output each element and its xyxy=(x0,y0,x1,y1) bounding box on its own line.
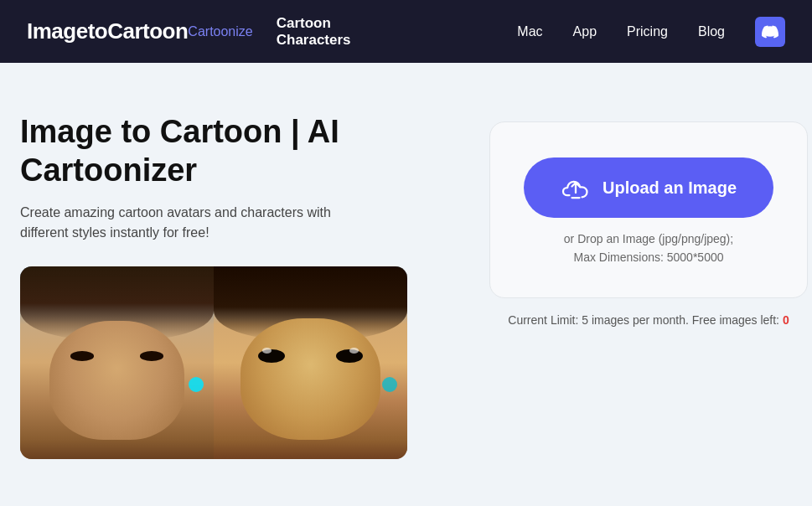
drop-hint-line2: Max Dimensions: 5000*5000 xyxy=(574,250,724,264)
demo-image-cartoon xyxy=(214,266,407,459)
demo-image-original xyxy=(20,266,214,459)
upload-button-label: Upload an Image xyxy=(603,178,737,198)
nav-links: Mac App Pricing Blog xyxy=(517,17,785,47)
brand-logo[interactable]: ImagetoCartoon Cartoonize xyxy=(27,18,253,44)
drop-hint: or Drop an Image (jpg/png/jpeg); Max Dim… xyxy=(564,230,733,267)
main-content: Image to Cartoon | AI Cartoonizer Create… xyxy=(0,63,812,506)
left-column: Image to Cartoon | AI Cartoonizer Create… xyxy=(20,113,422,459)
discord-icon[interactable] xyxy=(755,17,785,47)
drop-hint-line1: or Drop an Image (jpg/png/jpeg); xyxy=(564,232,733,245)
limit-count: 0 xyxy=(783,313,789,327)
limit-info: Current Limit: 5 images per month. Free … xyxy=(508,313,789,327)
right-column: Upload an Image or Drop an Image (jpg/pn… xyxy=(489,113,808,327)
page-subtitle: Create amazing cartoon avatars and chara… xyxy=(20,203,339,243)
nav-cartoon-line1: Cartoon xyxy=(277,15,331,32)
nav-mac[interactable]: Mac xyxy=(517,24,542,39)
limit-text-label: Current Limit: 5 images per month. Free … xyxy=(508,313,779,327)
nav-blog[interactable]: Blog xyxy=(698,24,725,39)
upload-card: Upload an Image or Drop an Image (jpg/pn… xyxy=(489,121,808,298)
upload-button[interactable]: Upload an Image xyxy=(524,157,773,218)
nav-pricing[interactable]: Pricing xyxy=(627,24,668,39)
nav-app[interactable]: App xyxy=(573,24,597,39)
brand-name-sub: Cartoonize xyxy=(188,24,252,39)
page-title: Image to Cartoon | AI Cartoonizer xyxy=(20,113,422,189)
demo-images xyxy=(20,266,407,459)
nav-cartoon-line2: Characters xyxy=(277,32,351,49)
upload-icon xyxy=(561,173,591,203)
brand-name-main: ImagetoCartoon xyxy=(27,18,188,44)
nav-cartoon-characters[interactable]: Cartoon Characters xyxy=(277,15,351,48)
